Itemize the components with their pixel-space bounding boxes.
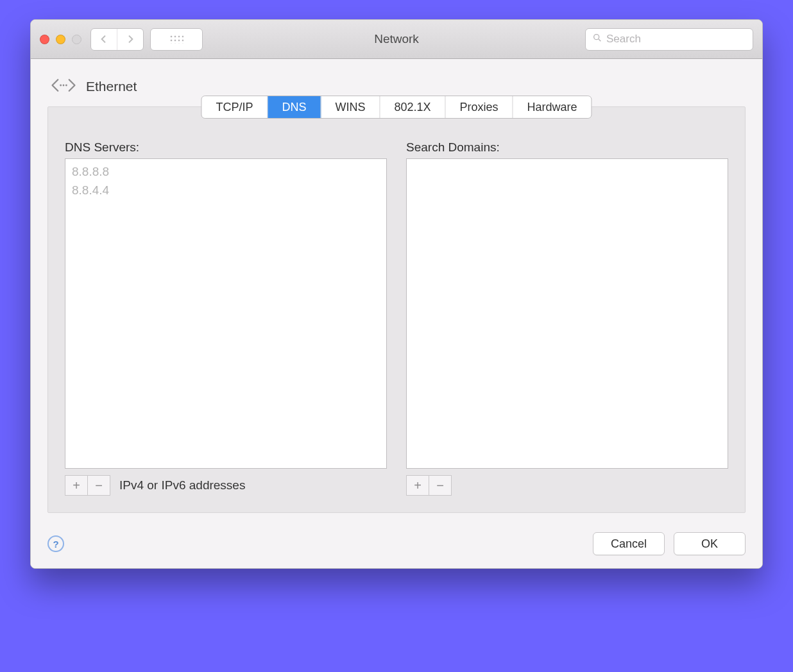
tab-8021x[interactable]: 802.1X	[380, 96, 445, 118]
dialog-footer: ? Cancel OK	[47, 532, 746, 555]
connection-header: Ethernet	[50, 76, 746, 97]
search-domains-column: Search Domains: + −	[406, 140, 728, 496]
search-domains-label: Search Domains:	[406, 140, 728, 155]
grid-icon	[169, 35, 183, 44]
network-preferences-window: Network Search Ethernet TCP/IPDNSWINS8	[30, 19, 763, 569]
dns-add-button[interactable]: +	[65, 476, 87, 495]
help-button[interactable]: ?	[47, 535, 64, 552]
search-icon	[592, 33, 602, 46]
titlebar: Network Search	[31, 20, 762, 59]
tab-hardware[interactable]: Hardware	[513, 96, 592, 118]
svg-point-4	[65, 85, 67, 87]
dns-servers-list[interactable]: 8.8.8.88.8.4.4	[65, 158, 387, 469]
dns-servers-label: DNS Servers:	[65, 140, 387, 155]
svg-line-1	[599, 39, 601, 41]
dns-server-entry[interactable]: 8.8.4.4	[71, 181, 381, 200]
dns-hint: IPv4 or IPv6 addresses	[119, 478, 245, 492]
domains-add-remove: + −	[406, 475, 452, 496]
ethernet-icon	[50, 76, 77, 97]
tab-proxies[interactable]: Proxies	[446, 96, 513, 118]
settings-panel: TCP/IPDNSWINS802.1XProxiesHardware DNS S…	[47, 106, 746, 513]
tab-wins[interactable]: WINS	[321, 96, 380, 118]
settings-tabs: TCP/IPDNSWINS802.1XProxiesHardware	[201, 96, 592, 119]
dns-server-entry[interactable]: 8.8.8.8	[71, 163, 381, 181]
dns-add-remove: + −	[65, 475, 110, 496]
dns-remove-button[interactable]: −	[87, 476, 110, 495]
tab-tcpip[interactable]: TCP/IP	[201, 96, 268, 118]
cancel-button[interactable]: Cancel	[593, 532, 665, 555]
nav-back-forward	[90, 28, 144, 51]
svg-point-3	[63, 85, 65, 87]
search-placeholder: Search	[606, 33, 641, 46]
window-controls	[40, 35, 81, 44]
ok-button[interactable]: OK	[674, 532, 746, 555]
svg-point-0	[594, 34, 599, 39]
zoom-window-button	[72, 35, 81, 44]
forward-button[interactable]	[117, 29, 143, 50]
search-domains-list[interactable]	[406, 158, 728, 469]
dns-servers-column: DNS Servers: 8.8.8.88.8.4.4 + − IPv4 or …	[65, 140, 387, 496]
svg-point-2	[60, 85, 62, 87]
tab-dns[interactable]: DNS	[268, 96, 321, 118]
domains-add-button[interactable]: +	[407, 476, 429, 495]
connection-name: Ethernet	[86, 79, 137, 94]
minimize-window-button[interactable]	[56, 35, 65, 44]
window-body: Ethernet TCP/IPDNSWINS802.1XProxiesHardw…	[31, 59, 762, 568]
back-button[interactable]	[91, 29, 117, 50]
show-all-prefs-button[interactable]	[150, 28, 203, 51]
search-field[interactable]: Search	[585, 28, 753, 51]
domains-remove-button[interactable]: −	[429, 476, 451, 495]
close-window-button[interactable]	[40, 35, 49, 44]
